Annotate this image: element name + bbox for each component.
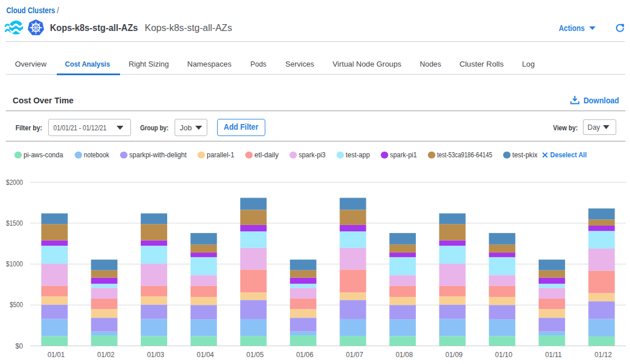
svg-text:01/09: 01/09	[445, 351, 462, 359]
svg-text:01/07: 01/07	[346, 351, 363, 359]
svg-text:$1000: $1000	[6, 260, 24, 268]
svg-text:$500: $500	[10, 301, 23, 309]
svg-text:01/11: 01/11	[545, 351, 562, 359]
svg-text:01/03: 01/03	[147, 351, 164, 359]
svg-text:01/08: 01/08	[396, 351, 413, 359]
svg-text:01/02: 01/02	[97, 351, 114, 359]
svg-text:$2000: $2000	[6, 179, 24, 187]
svg-text:$0: $0	[16, 342, 24, 350]
svg-text:01/01: 01/01	[48, 351, 65, 359]
svg-text:01/06: 01/06	[296, 351, 314, 359]
svg-text:01/10: 01/10	[495, 351, 512, 359]
svg-text:01/04: 01/04	[196, 351, 214, 359]
svg-text:01/05: 01/05	[246, 351, 264, 359]
svg-text:01/12: 01/12	[594, 351, 612, 359]
svg-text:$1500: $1500	[6, 219, 24, 227]
